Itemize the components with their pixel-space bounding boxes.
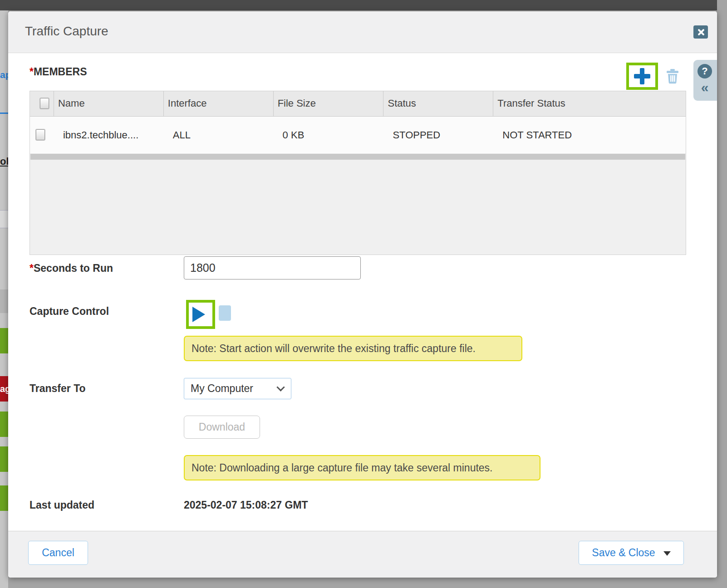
dialog-title: Traffic Capture xyxy=(25,24,108,39)
collapse-panel-button[interactable]: « xyxy=(698,80,712,95)
cancel-button[interactable]: Cancel xyxy=(28,541,88,565)
close-button[interactable] xyxy=(693,25,708,39)
cell-status: STOPPED xyxy=(383,117,493,153)
capture-control-label: Capture Control xyxy=(29,305,109,318)
column-header-file-size[interactable]: File Size xyxy=(274,91,384,116)
browser-top-bar xyxy=(0,0,717,10)
table-horizontal-scrollbar[interactable] xyxy=(30,154,685,160)
start-note: Note: Start action will overwrite the ex… xyxy=(184,336,522,361)
close-icon xyxy=(697,29,704,36)
transfer-to-select[interactable]: My Computer xyxy=(184,378,291,399)
background-tab-underline xyxy=(0,113,8,114)
last-updated-label: Last updated xyxy=(29,499,94,511)
seconds-to-run-input[interactable] xyxy=(184,256,361,279)
download-note: Note: Downloading a large capture file m… xyxy=(184,455,540,480)
column-header-interface[interactable]: Interface xyxy=(164,91,274,116)
members-table: Name Interface File Size Status Transfer… xyxy=(29,91,686,255)
plus-icon xyxy=(634,68,650,84)
background-status-badge-green xyxy=(0,412,8,437)
column-header-name[interactable]: Name xyxy=(54,91,164,116)
cell-name: ibns2.techblue.... xyxy=(54,117,164,153)
chevron-double-left-icon: « xyxy=(701,80,709,95)
chevron-down-icon xyxy=(276,383,285,391)
column-header-transfer-status[interactable]: Transfer Status xyxy=(493,91,686,116)
row-checkbox-cell xyxy=(30,117,54,153)
background-page-edge: ap ol ag xyxy=(0,10,8,588)
transfer-to-label: Transfer To xyxy=(29,382,86,395)
row-checkbox[interactable] xyxy=(36,129,45,140)
traffic-capture-dialog: Traffic Capture *MEMBERS ? « xyxy=(8,11,717,578)
column-header-status[interactable]: Status xyxy=(383,91,493,116)
background-status-badge-green xyxy=(0,446,8,472)
background-input-fragment xyxy=(0,210,8,228)
dialog-header: Traffic Capture xyxy=(8,11,717,53)
dialog-footer: Cancel Save & Close xyxy=(8,531,717,578)
members-label: *MEMBERS xyxy=(29,66,87,78)
save-and-close-label: Save & Close xyxy=(592,547,655,559)
transfer-to-selected-value: My Computer xyxy=(191,382,253,395)
stop-capture-button[interactable] xyxy=(219,305,231,321)
background-row-fragment xyxy=(0,289,8,313)
select-all-cell xyxy=(30,91,54,116)
cell-interface: ALL xyxy=(164,117,274,153)
download-button[interactable]: Download xyxy=(184,416,260,439)
start-capture-button[interactable] xyxy=(192,307,209,322)
caret-down-icon xyxy=(663,551,671,556)
table-row[interactable]: ibns2.techblue.... ALL 0 KB STOPPED NOT … xyxy=(30,117,686,153)
background-status-badge-green xyxy=(0,485,8,511)
add-member-button[interactable] xyxy=(629,65,655,87)
seconds-to-run-label: *Seconds to Run xyxy=(29,262,113,274)
background-status-badge-green xyxy=(0,328,8,353)
delete-member-button[interactable] xyxy=(665,68,680,84)
members-table-header: Name Interface File Size Status Transfer… xyxy=(30,91,686,117)
trash-icon xyxy=(665,68,680,84)
last-updated-value: 2025-02-07 15:08:27 GMT xyxy=(184,499,308,511)
play-icon xyxy=(192,307,205,322)
help-icon: ? xyxy=(702,65,707,77)
annotation-highlight-add-member xyxy=(626,63,658,90)
save-and-close-button[interactable]: Save & Close xyxy=(579,541,684,565)
cell-transfer-status: NOT STARTED xyxy=(493,117,686,153)
background-status-badge-red: ag xyxy=(0,376,8,402)
dialog-side-panel: ? « xyxy=(693,60,717,101)
select-all-checkbox[interactable] xyxy=(40,98,49,109)
background-heading-fragment: ol xyxy=(0,156,8,167)
required-asterisk: * xyxy=(29,66,34,78)
required-asterisk: * xyxy=(29,262,34,274)
help-button[interactable]: ? xyxy=(698,64,712,78)
screen: ap ol ag Traffic Capture *MEMBERS xyxy=(0,0,727,588)
background-link-fragment: ap xyxy=(0,69,8,80)
cell-file-size: 0 KB xyxy=(274,117,384,153)
annotation-highlight-start-capture xyxy=(186,300,215,329)
